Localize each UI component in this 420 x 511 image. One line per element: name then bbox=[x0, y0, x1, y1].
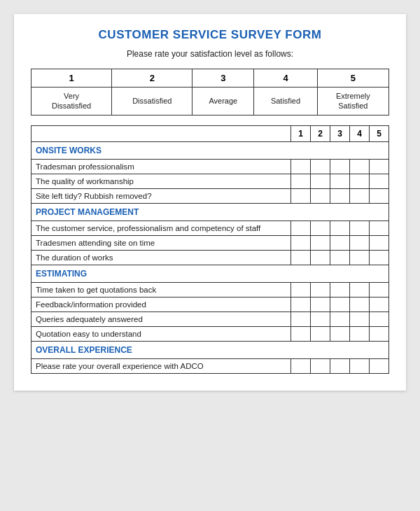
rating-cell-1-0-1[interactable] bbox=[291, 220, 311, 235]
rating-cell-1-2-1[interactable] bbox=[291, 250, 311, 265]
rating-cell-1-0-3[interactable] bbox=[330, 220, 350, 235]
rating-cell-3-0-4[interactable] bbox=[350, 358, 370, 373]
form-subtitle: Please rate your satisfaction level as f… bbox=[31, 49, 389, 59]
rating-cell-3-0-1[interactable] bbox=[291, 358, 311, 373]
rating-cell-2-2-1[interactable] bbox=[291, 312, 311, 326]
rating-cell-2-1-4[interactable] bbox=[350, 297, 370, 312]
scale-label-2: Dissatisfied bbox=[112, 88, 192, 115]
rating-cell-0-2-5[interactable] bbox=[370, 188, 389, 203]
question-text: The customer service, professionalism an… bbox=[31, 220, 291, 235]
rating-cell-2-0-4[interactable] bbox=[350, 282, 370, 297]
rating-cell-1-1-1[interactable] bbox=[291, 235, 311, 250]
scale-label-1: VeryDissatisfied bbox=[31, 88, 112, 115]
rating-cell-0-1-4[interactable] bbox=[350, 174, 370, 188]
rating-cell-2-3-5[interactable] bbox=[370, 326, 389, 341]
rating-cell-1-1-3[interactable] bbox=[330, 235, 350, 250]
section-title-3: OVERALL EXPERIENCE bbox=[31, 341, 389, 358]
question-row: Tradesman professionalism bbox=[31, 159, 389, 174]
rating-cell-2-2-2[interactable] bbox=[311, 312, 330, 326]
rating-scale-table: 12345 VeryDissatisfiedDissatisfiedAverag… bbox=[31, 69, 389, 115]
section-title-0: ONSITE WORKS bbox=[31, 141, 389, 159]
rating-cell-2-2-5[interactable] bbox=[370, 312, 389, 326]
rating-cell-1-1-4[interactable] bbox=[350, 235, 370, 250]
rating-cell-0-0-3[interactable] bbox=[330, 159, 350, 174]
rating-cell-1-2-3[interactable] bbox=[330, 250, 350, 265]
survey-header-row: 1 2 3 4 5 bbox=[31, 125, 389, 141]
rating-cell-1-1-5[interactable] bbox=[370, 235, 389, 250]
rating-cell-1-1-2[interactable] bbox=[311, 235, 330, 250]
rating-cell-0-1-3[interactable] bbox=[330, 174, 350, 188]
question-text: Feedback/information provided bbox=[31, 297, 291, 312]
question-row: Feedback/information provided bbox=[31, 297, 389, 312]
section-header-2: ESTIMATING bbox=[31, 265, 389, 282]
question-row: Site left tidy? Rubbish removed? bbox=[31, 188, 389, 203]
rating-cell-1-2-5[interactable] bbox=[370, 250, 389, 265]
question-row: Tradesmen attending site on time bbox=[31, 235, 389, 250]
section-header-1: PROJECT MANAGEMENT bbox=[31, 203, 389, 220]
rating-cell-0-0-1[interactable] bbox=[291, 159, 311, 174]
rating-cell-2-3-4[interactable] bbox=[350, 326, 370, 341]
scale-header-2: 2 bbox=[112, 69, 192, 88]
rating-cell-2-0-1[interactable] bbox=[291, 282, 311, 297]
rating-cell-2-1-1[interactable] bbox=[291, 297, 311, 312]
rating-cell-2-1-3[interactable] bbox=[330, 297, 350, 312]
question-row: Queries adequately answered bbox=[31, 312, 389, 326]
rating-cell-0-1-1[interactable] bbox=[291, 174, 311, 188]
question-text: Tradesman professionalism bbox=[31, 159, 291, 174]
rating-cell-0-0-2[interactable] bbox=[311, 159, 330, 174]
rating-cell-1-0-5[interactable] bbox=[370, 220, 389, 235]
rating-cell-2-3-2[interactable] bbox=[311, 326, 330, 341]
section-title-2: ESTIMATING bbox=[31, 265, 389, 282]
rating-cell-3-0-3[interactable] bbox=[330, 358, 350, 373]
rating-cell-0-0-4[interactable] bbox=[350, 159, 370, 174]
rating-cell-3-0-2[interactable] bbox=[311, 358, 330, 373]
question-row: The customer service, professionalism an… bbox=[31, 220, 389, 235]
rating-cell-2-2-3[interactable] bbox=[330, 312, 350, 326]
question-text: Tradesmen attending site on time bbox=[31, 235, 291, 250]
rating-cell-1-2-4[interactable] bbox=[350, 250, 370, 265]
question-text: The quality of workmanship bbox=[31, 174, 291, 188]
scale-header-4: 4 bbox=[254, 69, 317, 88]
rating-cell-3-0-5[interactable] bbox=[370, 358, 389, 373]
question-text: The duration of works bbox=[31, 250, 291, 265]
question-text: Time taken to get quotations back bbox=[31, 282, 291, 297]
question-row: Time taken to get quotations back bbox=[31, 282, 389, 297]
scale-label-3: Average bbox=[192, 88, 254, 115]
scale-label-5: ExtremelySatisfied bbox=[317, 88, 388, 115]
rating-header-2: 2 bbox=[311, 125, 330, 141]
rating-cell-2-0-3[interactable] bbox=[330, 282, 350, 297]
rating-cell-2-3-3[interactable] bbox=[330, 326, 350, 341]
rating-cell-0-1-5[interactable] bbox=[370, 174, 389, 188]
rating-cell-0-0-5[interactable] bbox=[370, 159, 389, 174]
rating-cell-1-2-2[interactable] bbox=[311, 250, 330, 265]
rating-cell-0-2-3[interactable] bbox=[330, 188, 350, 203]
rating-header-5: 5 bbox=[370, 125, 389, 141]
question-row: The duration of works bbox=[31, 250, 389, 265]
question-col-header bbox=[31, 125, 291, 141]
rating-cell-2-2-4[interactable] bbox=[350, 312, 370, 326]
section-header-0: ONSITE WORKS bbox=[31, 141, 389, 159]
question-row: Please rate your overall experience with… bbox=[31, 358, 389, 373]
scale-header-5: 5 bbox=[317, 69, 388, 88]
rating-cell-1-0-4[interactable] bbox=[350, 220, 370, 235]
scale-header-1: 1 bbox=[31, 69, 112, 88]
rating-cell-2-1-5[interactable] bbox=[370, 297, 389, 312]
rating-cell-2-1-2[interactable] bbox=[311, 297, 330, 312]
rating-cell-2-0-5[interactable] bbox=[370, 282, 389, 297]
rating-cell-0-1-2[interactable] bbox=[311, 174, 330, 188]
form-title: CUSTOMER SERVICE SURVEY FORM bbox=[31, 28, 389, 42]
rating-cell-0-2-1[interactable] bbox=[291, 188, 311, 203]
rating-header-4: 4 bbox=[350, 125, 370, 141]
rating-cell-2-0-2[interactable] bbox=[311, 282, 330, 297]
rating-cell-0-2-4[interactable] bbox=[350, 188, 370, 203]
section-header-3: OVERALL EXPERIENCE bbox=[31, 341, 389, 358]
rating-cell-1-0-2[interactable] bbox=[311, 220, 330, 235]
question-text: Queries adequately answered bbox=[31, 312, 291, 326]
scale-label-4: Satisfied bbox=[254, 88, 317, 115]
section-title-1: PROJECT MANAGEMENT bbox=[31, 203, 389, 220]
question-row: The quality of workmanship bbox=[31, 174, 389, 188]
rating-cell-0-2-2[interactable] bbox=[311, 188, 330, 203]
rating-cell-2-3-1[interactable] bbox=[291, 326, 311, 341]
form-container: CUSTOMER SERVICE SURVEY FORM Please rate… bbox=[14, 14, 406, 391]
rating-header-1: 1 bbox=[291, 125, 311, 141]
